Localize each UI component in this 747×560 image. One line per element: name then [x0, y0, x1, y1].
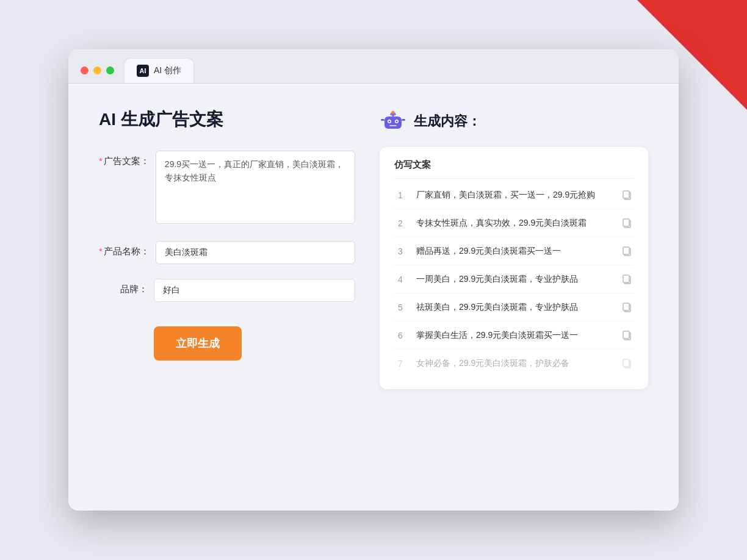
- svg-rect-14: [623, 219, 629, 226]
- copy-icon[interactable]: [621, 301, 633, 314]
- list-item: 7 女神必备，29.9元美白淡斑霜，护肤必备: [394, 350, 633, 377]
- list-item: 3 赠品再送，29.9元美白淡斑霜买一送一: [394, 237, 633, 265]
- copy-icon[interactable]: [621, 245, 633, 257]
- product-name-field-group: 产品名称：: [99, 241, 355, 264]
- svg-rect-9: [381, 119, 384, 121]
- list-item: 4 一周美白，29.9元美白淡斑霜，专业护肤品: [394, 265, 633, 293]
- ai-creation-tab[interactable]: AI AI 创作: [124, 58, 194, 83]
- result-title: 生成内容：: [414, 112, 481, 131]
- list-item: 6 掌握美白生活，29.9元美白淡斑霜买一送一: [394, 321, 633, 350]
- left-panel: AI 生成广告文案 广告文案： 29.9买一送一，真正的厂家直销，美白淡斑霜，专…: [99, 108, 355, 486]
- result-card-header: 仿写文案: [394, 159, 633, 179]
- result-card: 仿写文案 1 厂家直销，美白淡斑霜，买一送一，29.9元抢购 2 专抹女性斑点，…: [380, 147, 648, 389]
- svg-rect-10: [402, 119, 405, 121]
- list-item: 1 厂家直销，美白淡斑霜，买一送一，29.9元抢购: [394, 181, 633, 209]
- right-panel: 生成内容： 仿写文案 1 厂家直销，美白淡斑霜，买一送一，29.9元抢购 2 专…: [380, 108, 648, 486]
- product-name-input[interactable]: [156, 241, 355, 264]
- title-bar: AI AI 创作: [68, 49, 679, 84]
- svg-rect-24: [623, 359, 629, 367]
- svg-rect-1: [384, 117, 402, 129]
- robot-icon: [380, 108, 406, 135]
- result-num: 3: [394, 246, 406, 256]
- tab-label: AI 创作: [154, 65, 181, 76]
- copy-icon[interactable]: [621, 273, 633, 285]
- page-title: AI 生成广告文案: [99, 108, 355, 131]
- result-num: 6: [394, 331, 406, 340]
- result-num: 2: [394, 218, 406, 228]
- copy-icon[interactable]: [621, 217, 633, 229]
- brand-label: 品牌：: [99, 279, 148, 295]
- ad-copy-field-group: 广告文案： 29.9买一送一，真正的厂家直销，美白淡斑霜，专抹女性斑点: [99, 151, 355, 226]
- window-controls: [81, 66, 114, 83]
- list-item: 5 祛斑美白，29.9元美白淡斑霜，专业护肤品: [394, 293, 633, 321]
- ad-copy-input-wrap: 29.9买一送一，真正的厂家直销，美白淡斑霜，专抹女性斑点: [156, 151, 355, 226]
- copy-icon[interactable]: [621, 189, 633, 201]
- ad-copy-label: 广告文案：: [99, 151, 150, 167]
- result-num: 5: [394, 303, 406, 312]
- maximize-button[interactable]: [106, 66, 114, 74]
- product-name-input-wrap: [156, 241, 355, 264]
- result-text: 赠品再送，29.9元美白淡斑霜买一送一: [416, 245, 612, 257]
- result-text: 专抹女性斑点，真实功效，29.9元美白淡斑霜: [416, 217, 612, 229]
- result-text: 掌握美白生活，29.9元美白淡斑霜买一送一: [416, 329, 612, 342]
- browser-window: AI AI 创作 AI 生成广告文案 广告文案： 29.9买一送一，真正的厂家直…: [68, 49, 679, 511]
- svg-rect-16: [623, 247, 629, 254]
- result-text: 一周美白，29.9元美白淡斑霜，专业护肤品: [416, 273, 612, 285]
- brand-field-group: 品牌：: [99, 279, 355, 302]
- svg-point-4: [389, 121, 391, 123]
- brand-input-wrap: [154, 279, 355, 302]
- copy-icon[interactable]: [621, 357, 633, 370]
- result-num: 1: [394, 190, 406, 200]
- svg-point-8: [392, 111, 395, 114]
- result-header: 生成内容：: [380, 108, 648, 135]
- result-text: 女神必备，29.9元美白淡斑霜，护肤必备: [416, 357, 612, 370]
- brand-input[interactable]: [154, 279, 355, 302]
- tab-icon: AI: [137, 65, 149, 77]
- result-text: 祛斑美白，29.9元美白淡斑霜，专业护肤品: [416, 301, 612, 314]
- minimize-button[interactable]: [93, 66, 101, 74]
- ad-copy-textarea[interactable]: 29.9买一送一，真正的厂家直销，美白淡斑霜，专抹女性斑点: [156, 151, 355, 224]
- svg-rect-18: [623, 275, 629, 282]
- result-num: 4: [394, 275, 406, 284]
- svg-point-5: [396, 121, 398, 123]
- svg-rect-22: [623, 331, 629, 339]
- svg-rect-20: [623, 303, 629, 311]
- svg-rect-6: [389, 125, 397, 126]
- result-text: 厂家直销，美白淡斑霜，买一送一，29.9元抢购: [416, 188, 612, 201]
- copy-icon[interactable]: [621, 329, 633, 342]
- result-num: 7: [394, 359, 406, 368]
- list-item: 2 专抹女性斑点，真实功效，29.9元美白淡斑霜: [394, 209, 633, 237]
- generate-button[interactable]: 立即生成: [154, 326, 242, 361]
- close-button[interactable]: [81, 66, 88, 74]
- svg-rect-12: [623, 191, 629, 198]
- product-name-label: 产品名称：: [99, 241, 150, 257]
- content-area: AI 生成广告文案 广告文案： 29.9买一送一，真正的厂家直销，美白淡斑霜，专…: [68, 84, 679, 511]
